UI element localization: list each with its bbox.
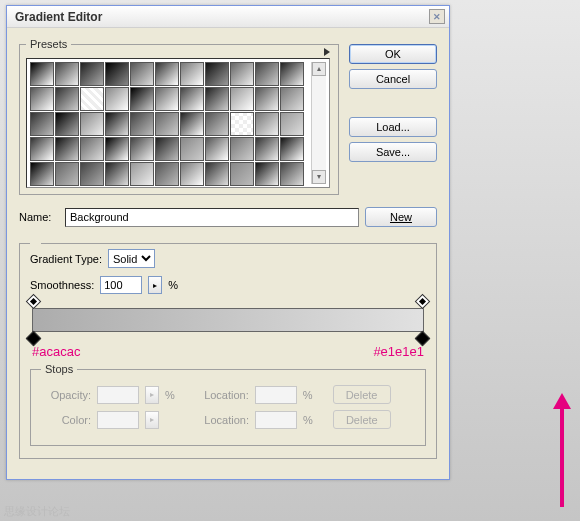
- titlebar[interactable]: Gradient Editor ✕: [7, 6, 449, 28]
- preset-swatch[interactable]: [155, 62, 179, 86]
- dialog-title: Gradient Editor: [15, 10, 102, 24]
- preset-swatch[interactable]: [180, 137, 204, 161]
- preset-swatch[interactable]: [180, 112, 204, 136]
- stops-legend: Stops: [41, 363, 77, 375]
- preset-swatch[interactable]: [30, 162, 54, 186]
- gradient-type-fieldset: . Gradient Type: Solid Smoothness: ▸ %: [19, 237, 437, 459]
- preset-swatch[interactable]: [180, 87, 204, 111]
- preset-swatch[interactable]: [255, 137, 279, 161]
- preset-swatch[interactable]: [30, 137, 54, 161]
- preset-swatch[interactable]: [155, 112, 179, 136]
- preset-swatch[interactable]: [105, 112, 129, 136]
- preset-swatch[interactable]: [205, 112, 229, 136]
- preset-swatch[interactable]: [155, 87, 179, 111]
- preset-swatch[interactable]: [280, 162, 304, 186]
- color-left-label: #acacac: [32, 344, 80, 359]
- color-label: Color:: [41, 414, 91, 426]
- load-button[interactable]: Load...: [349, 117, 437, 137]
- preset-swatch[interactable]: [255, 87, 279, 111]
- opacity-input: [97, 386, 139, 404]
- percent-label: %: [303, 414, 313, 426]
- preset-swatch[interactable]: [105, 87, 129, 111]
- preset-swatch[interactable]: [205, 62, 229, 86]
- opacity-stop-left[interactable]: [26, 294, 42, 310]
- preset-swatch[interactable]: [230, 162, 254, 186]
- cancel-button[interactable]: Cancel: [349, 69, 437, 89]
- opacity-stop-right[interactable]: [415, 294, 431, 310]
- preset-swatch[interactable]: [55, 162, 79, 186]
- preset-swatch[interactable]: [80, 87, 104, 111]
- preset-swatch[interactable]: [230, 112, 254, 136]
- preset-swatch[interactable]: [155, 162, 179, 186]
- ok-button[interactable]: OK: [349, 44, 437, 64]
- preset-swatch[interactable]: [230, 137, 254, 161]
- scroll-up-icon[interactable]: ▴: [312, 62, 326, 76]
- new-button[interactable]: New: [365, 207, 437, 227]
- preset-swatch[interactable]: [105, 137, 129, 161]
- preset-swatch[interactable]: [80, 62, 104, 86]
- preset-swatch[interactable]: [55, 62, 79, 86]
- name-input[interactable]: [65, 208, 359, 227]
- preset-swatch[interactable]: [230, 87, 254, 111]
- preset-swatch[interactable]: [130, 112, 154, 136]
- close-button[interactable]: ✕: [429, 9, 445, 24]
- opacity-location-input: [255, 386, 297, 404]
- presets-grid: [30, 62, 304, 184]
- delete-opacity-button: Delete: [333, 385, 391, 404]
- location-label: Location:: [199, 389, 249, 401]
- preset-swatch[interactable]: [280, 137, 304, 161]
- annotation-arrow-icon: [560, 407, 564, 507]
- presets-scrollbar[interactable]: ▴ ▾: [311, 62, 326, 184]
- scroll-down-icon[interactable]: ▾: [312, 170, 326, 184]
- preset-swatch[interactable]: [255, 112, 279, 136]
- preset-swatch[interactable]: [205, 137, 229, 161]
- smoothness-label: Smoothness:: [30, 279, 94, 291]
- preset-swatch[interactable]: [155, 137, 179, 161]
- color-right-label: #e1e1e1: [373, 344, 424, 359]
- preset-swatch[interactable]: [180, 162, 204, 186]
- presets-legend: Presets: [26, 38, 71, 50]
- preset-swatch[interactable]: [55, 87, 79, 111]
- color-dropdown-icon: ▸: [145, 411, 159, 429]
- save-button[interactable]: Save...: [349, 142, 437, 162]
- preset-swatch[interactable]: [55, 112, 79, 136]
- percent-label: %: [303, 389, 313, 401]
- gradient-type-label: Gradient Type:: [30, 253, 102, 265]
- presets-menu-icon[interactable]: [324, 48, 330, 56]
- gradient-editor-dialog: Gradient Editor ✕ Presets: [6, 5, 450, 480]
- preset-swatch[interactable]: [130, 62, 154, 86]
- preset-swatch[interactable]: [130, 87, 154, 111]
- color-swatch-input: [97, 411, 139, 429]
- preset-swatch[interactable]: [230, 62, 254, 86]
- preset-swatch[interactable]: [80, 112, 104, 136]
- preset-swatch[interactable]: [180, 62, 204, 86]
- opacity-label: Opacity:: [41, 389, 91, 401]
- preset-swatch[interactable]: [130, 162, 154, 186]
- stops-fieldset: Stops Opacity: ▸ % Location: % Delete Co…: [30, 363, 426, 446]
- preset-swatch[interactable]: [80, 162, 104, 186]
- preset-swatch[interactable]: [255, 162, 279, 186]
- preset-swatch[interactable]: [30, 112, 54, 136]
- scroll-track[interactable]: [312, 76, 326, 170]
- smoothness-input[interactable]: [100, 276, 142, 294]
- preset-swatch[interactable]: [255, 62, 279, 86]
- preset-swatch[interactable]: [30, 87, 54, 111]
- preset-swatch[interactable]: [280, 87, 304, 111]
- preset-swatch[interactable]: [55, 137, 79, 161]
- preset-swatch[interactable]: [130, 137, 154, 161]
- smoothness-dropdown-icon[interactable]: ▸: [148, 276, 162, 294]
- preset-swatch[interactable]: [280, 62, 304, 86]
- preset-swatch[interactable]: [80, 137, 104, 161]
- preset-swatch[interactable]: [280, 112, 304, 136]
- gradient-bar[interactable]: [32, 308, 424, 332]
- preset-swatch[interactable]: [105, 62, 129, 86]
- preset-swatch[interactable]: [30, 62, 54, 86]
- preset-swatch[interactable]: [205, 162, 229, 186]
- location-label: Location:: [199, 414, 249, 426]
- watermark-text: 思缘设计论坛: [4, 504, 70, 519]
- color-location-input: [255, 411, 297, 429]
- percent-label: %: [165, 389, 175, 401]
- gradient-type-select[interactable]: Solid: [108, 249, 155, 268]
- preset-swatch[interactable]: [205, 87, 229, 111]
- preset-swatch[interactable]: [105, 162, 129, 186]
